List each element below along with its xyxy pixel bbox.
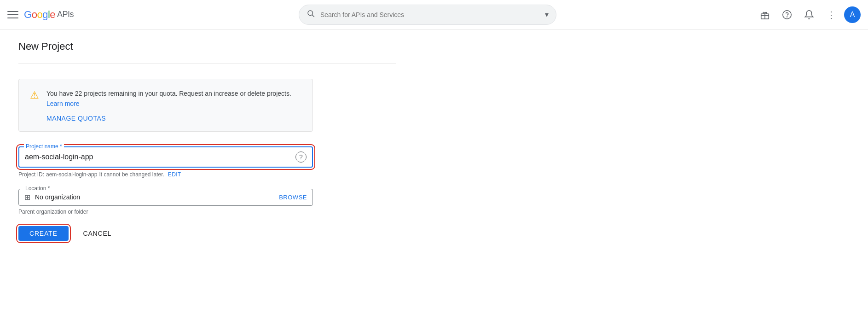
project-id-value: aem-social-login-app (46, 171, 97, 178)
google-logo: Google APIs (24, 9, 74, 21)
gift-icon-button[interactable] (756, 6, 774, 24)
topbar-search: ▾ (99, 5, 756, 25)
svg-point-3 (783, 10, 791, 18)
manage-quotas-link[interactable]: MANAGE QUOTAS (46, 115, 301, 122)
browse-link[interactable]: BROWSE (279, 194, 307, 201)
cancel-button[interactable]: CANCEL (76, 226, 119, 241)
help-icon-button[interactable] (778, 6, 796, 24)
location-label: Location * (23, 185, 52, 192)
topbar-right: ⋮ A (756, 6, 861, 24)
svg-line-1 (312, 15, 314, 17)
search-bar[interactable]: ▾ (299, 5, 556, 25)
project-id-prefix: Project ID: (18, 171, 44, 178)
topbar-left: Google APIs (7, 9, 99, 21)
project-name-input[interactable] (25, 151, 295, 163)
page-title: New Project (18, 41, 396, 52)
project-id-row: Project ID: aem-social-login-app It cann… (18, 171, 396, 178)
avatar[interactable]: A (844, 6, 861, 23)
create-button[interactable]: CREATE (18, 226, 69, 241)
quota-notice: ⚠ You have 22 projects remaining in your… (18, 79, 313, 132)
topbar: Google APIs ▾ (0, 0, 868, 29)
more-icon-button[interactable]: ⋮ (822, 6, 840, 24)
project-name-field-group: Project name * ? (18, 146, 313, 168)
learn-more-link[interactable]: Learn more (46, 100, 80, 107)
warning-icon: ⚠ (30, 89, 39, 101)
project-name-label: Project name * (24, 143, 64, 150)
quota-notice-content: You have 22 projects remaining in your q… (46, 88, 301, 122)
grid-icon: ⊞ (24, 193, 30, 202)
hamburger-icon[interactable] (7, 9, 18, 20)
location-hint: Parent organization or folder (18, 209, 313, 215)
button-row: CREATE CANCEL (18, 226, 396, 241)
svg-point-4 (787, 17, 787, 17)
search-dropdown-icon[interactable]: ▾ (545, 10, 549, 19)
quota-message: You have 22 projects remaining in your q… (46, 90, 291, 107)
divider (18, 64, 396, 64)
bell-icon-button[interactable] (800, 6, 818, 24)
project-id-suffix: It cannot be changed later. (99, 171, 164, 178)
location-field-group: Location * ⊞ No organization BROWSE Pare… (18, 189, 313, 215)
page-content: New Project ⚠ You have 22 projects remai… (0, 29, 414, 252)
search-input[interactable] (320, 11, 539, 18)
apis-label: APIs (57, 10, 74, 19)
edit-link[interactable]: EDIT (168, 171, 181, 178)
project-name-help-icon[interactable]: ? (295, 151, 307, 163)
project-name-wrapper: Project name * ? (18, 146, 313, 168)
location-value: No organization (35, 193, 279, 201)
search-icon (307, 9, 315, 20)
location-wrapper: Location * ⊞ No organization BROWSE (18, 189, 313, 206)
